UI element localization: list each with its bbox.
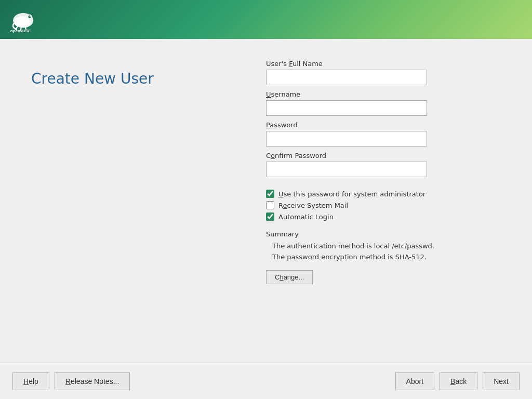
svg-point-4: [14, 16, 31, 27]
next-button[interactable]: Next: [483, 373, 520, 390]
password-input[interactable]: [266, 131, 427, 147]
main-content: Create New User User's Full Name Usernam…: [0, 39, 532, 363]
svg-text:SUSE: SUSE: [20, 29, 31, 33]
footer-right: Abort Back Next: [395, 373, 520, 390]
svg-point-3: [30, 16, 31, 17]
sysadmin-label: Use this password for system administrat…: [278, 190, 425, 198]
page-title: Create New User: [31, 70, 266, 87]
sysmail-checkbox-row: Receive System Mail: [266, 201, 501, 209]
autologin-checkbox[interactable]: [266, 212, 274, 221]
svg-text:open: open: [10, 29, 20, 33]
back-button[interactable]: Back: [440, 373, 477, 390]
autologin-checkbox-row: Automatic Login: [266, 212, 501, 221]
svg-point-2: [28, 16, 31, 18]
right-panel: User's Full Name Username Password Confi…: [266, 60, 501, 342]
sysmail-label: Receive System Mail: [278, 202, 348, 209]
opensuse-logo: open SUSE: [9, 5, 51, 34]
confirm-password-label: Confirm Password: [266, 152, 501, 159]
confirm-password-input[interactable]: [266, 162, 427, 177]
left-panel: Create New User: [31, 60, 266, 342]
password-label: Password: [266, 121, 501, 129]
summary-title: Summary: [266, 230, 501, 238]
footer: Help Release Notes... Abort Back Next: [0, 363, 532, 399]
change-button-container: Change...: [266, 263, 501, 284]
summary-text: The authentication method is local /etc/…: [272, 241, 501, 263]
full-name-label: User's Full Name: [266, 60, 501, 68]
summary-line2: The password encryption method is SHA-51…: [272, 252, 501, 263]
release-notes-button[interactable]: Release Notes...: [55, 373, 130, 390]
full-name-input[interactable]: [266, 70, 427, 85]
checkboxes-section: Use this password for system administrat…: [266, 190, 501, 221]
password-group: Password: [266, 121, 501, 147]
help-button[interactable]: Help: [12, 373, 49, 390]
sysadmin-checkbox-row: Use this password for system administrat…: [266, 190, 501, 198]
autologin-label: Automatic Login: [278, 213, 334, 221]
sysadmin-checkbox[interactable]: [266, 190, 274, 198]
change-button[interactable]: Change...: [266, 270, 313, 284]
header: open SUSE: [0, 0, 532, 39]
footer-left: Help Release Notes...: [12, 373, 130, 390]
full-name-group: User's Full Name: [266, 60, 501, 85]
abort-button[interactable]: Abort: [395, 373, 434, 390]
summary-line1: The authentication method is local /etc/…: [272, 241, 501, 252]
sysmail-checkbox[interactable]: [266, 201, 274, 209]
username-label: Username: [266, 90, 501, 98]
confirm-password-group: Confirm Password: [266, 152, 501, 177]
logo-container: open SUSE: [9, 5, 51, 34]
username-input[interactable]: [266, 100, 427, 116]
username-group: Username: [266, 90, 501, 116]
summary-section: Summary The authentication method is loc…: [266, 230, 501, 263]
